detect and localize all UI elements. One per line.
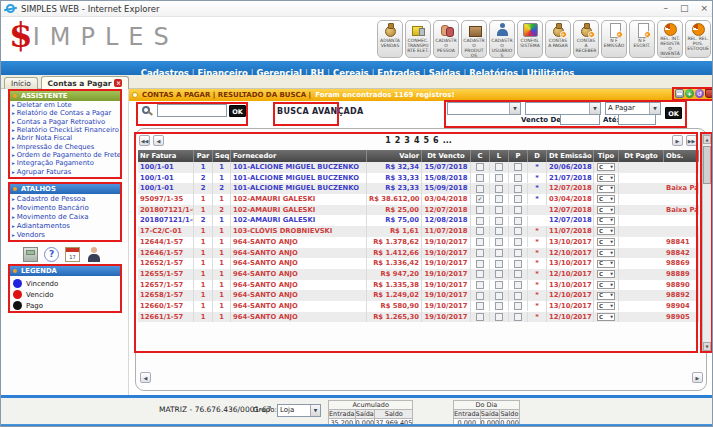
page-number[interactable]: ... (443, 136, 452, 145)
toolbar-button[interactable]: +CONTAS A RECEBER (573, 20, 599, 58)
checkbox-c[interactable] (476, 195, 484, 203)
column-header[interactable]: Dt Pagto (619, 150, 664, 162)
person-icon[interactable] (86, 247, 101, 262)
checkbox-c[interactable] (476, 238, 484, 246)
checkbox-l[interactable] (495, 260, 503, 268)
scrollbar-thumb[interactable] (703, 146, 711, 184)
toolbar-button[interactable]: ADIANTA VENDAS (377, 20, 403, 58)
tipo-select[interactable]: C▼ (597, 302, 615, 310)
tipo-select[interactable]: C▼ (597, 163, 615, 171)
tab-close-icon[interactable]: × (114, 79, 122, 87)
checkbox-l[interactable] (495, 281, 503, 289)
page-number[interactable]: 3 (404, 136, 410, 145)
checkbox-l[interactable] (495, 249, 503, 257)
sidebar-link[interactable]: ▸Vendors (10, 231, 120, 240)
checkbox-p[interactable] (514, 217, 522, 225)
checkbox-l[interactable] (495, 292, 503, 300)
search-ok-button[interactable]: OK (229, 105, 246, 117)
toolbar-button[interactable]: +N F ESCRIT. (629, 20, 655, 58)
checkbox-l[interactable] (495, 163, 503, 171)
checkbox-c[interactable] (476, 217, 484, 225)
tipo-select[interactable]: C▼ (597, 185, 615, 193)
close-button[interactable]: × (700, 1, 708, 16)
checkbox-c[interactable] (476, 270, 484, 278)
column-header[interactable]: C (471, 150, 490, 162)
sidebar-link[interactable]: ▸Contas a Pagar Retroativo (10, 118, 120, 126)
table-row[interactable]: 12657/1-5711964-SANTO ANJOR$ 1.335,3819/… (138, 280, 699, 291)
column-header[interactable]: Seq (213, 150, 231, 162)
next-page-button[interactable]: ▶ (672, 135, 683, 146)
checkbox-c[interactable] (476, 249, 484, 257)
table-row[interactable]: 201807121/1-0112102-AMAURI GALESKIR$ 25,… (138, 205, 699, 216)
sidebar-link[interactable]: ▸Integração Pagamento (10, 159, 120, 167)
table-row[interactable]: 12652/1-5711964-SANTO ANJOR$ 1.336,4219/… (138, 258, 699, 269)
calculator-icon[interactable] (23, 247, 38, 262)
scroll-right-button[interactable]: ▶ (692, 372, 703, 383)
checkbox-c[interactable] (476, 206, 484, 214)
sidebar-link[interactable]: ▸Movimento Bancário (10, 203, 120, 212)
checkbox-c[interactable] (476, 163, 484, 171)
page-number[interactable]: 6 (433, 136, 439, 145)
checkbox-c[interactable] (476, 185, 484, 193)
advanced-search-link[interactable]: BUSCA AVANÇADA (277, 107, 363, 116)
checkbox-c[interactable] (476, 313, 484, 321)
page-number[interactable]: 1 (385, 136, 391, 145)
table-row[interactable]: 201807121/1-0121102-AMAURI GALESKIR$ 75,… (138, 215, 699, 226)
checkbox-p[interactable] (514, 227, 522, 235)
column-header[interactable]: Dt Emissão (547, 150, 594, 162)
table-row[interactable]: 12644/1-5711964-SANTO ANJOR$ 1.378,6219/… (138, 237, 699, 248)
refresh-icon[interactable] (695, 89, 704, 98)
page-number[interactable]: 2 (395, 136, 401, 145)
minimize-button[interactable]: – (663, 1, 668, 16)
sidebar-link[interactable]: ▸Relatório de Contas a Pagar (10, 109, 120, 117)
calendar-icon[interactable] (65, 247, 80, 262)
checkbox-c[interactable] (476, 281, 484, 289)
vencto-de-input[interactable] (560, 114, 600, 125)
tipo-select[interactable]: C▼ (597, 217, 615, 225)
column-header[interactable]: D (528, 150, 547, 162)
toolbar-button[interactable]: +CONTAS A PAGAR (545, 20, 571, 58)
checkbox-p[interactable] (514, 292, 522, 300)
checkbox-p[interactable] (514, 249, 522, 257)
sidebar-link[interactable]: ▸Impressão de Cheques (10, 142, 120, 150)
tab-inicio[interactable]: Início (4, 77, 38, 89)
column-header[interactable]: Par (194, 150, 213, 162)
table-row[interactable]: 17-C2/C-0111103-CLÓVIS DROBNIEVSKIR$ 1,6… (138, 226, 699, 237)
checkbox-l[interactable] (495, 185, 503, 193)
tipo-select[interactable]: C▼ (597, 270, 615, 278)
table-row[interactable]: 12661/1-5711964-SANTO ANJOR$ 1.265,3019/… (138, 312, 699, 323)
table-row[interactable]: 95097/1-3511102-AMAURI GALESKIR$ 38.612,… (138, 194, 699, 205)
maximize-button[interactable]: □ (680, 1, 689, 16)
tipo-select[interactable]: C▼ (597, 292, 615, 300)
tipo-select[interactable]: C▼ (597, 313, 615, 321)
column-header[interactable]: L (490, 150, 509, 162)
checkbox-p[interactable] (514, 281, 522, 289)
tipo-select[interactable]: C▼ (597, 260, 615, 268)
toolbar-button[interactable]: REL. REL. POS. ESTOQUE (685, 20, 711, 58)
checkbox-l[interactable] (495, 238, 503, 246)
table-row[interactable]: 12655/1-5711964-SANTO ANJOR$ 947,2019/10… (138, 269, 699, 280)
sidebar-link[interactable]: ▸Agrupar Faturas (10, 167, 120, 175)
sidebar-link[interactable]: ▸Movimento de Caixa (10, 212, 120, 221)
checkbox-c[interactable] (476, 292, 484, 300)
help-icon[interactable] (44, 247, 59, 262)
table-row[interactable]: 12660/1-5711964-SANTO ANJOR$ 580,9019/10… (138, 301, 699, 312)
vertical-scrollbar[interactable]: ▲ ▼ (702, 134, 712, 352)
page-number[interactable]: 4 (414, 136, 420, 145)
trash-icon[interactable] (705, 89, 713, 98)
toolbar-button[interactable]: REL. INT. REGISTRO INVENTÁRIO (657, 20, 683, 58)
table-row[interactable]: 100/1-0121101-ALCIONE MIGUEL BUCZENKOR$ … (138, 173, 699, 184)
tipo-select[interactable]: C▼ (597, 195, 615, 203)
tipo-select[interactable]: C▼ (597, 281, 615, 289)
toolbar-button[interactable]: CADASTRO PESSOA (433, 20, 459, 58)
tab-contas-a-pagar[interactable]: Contas a Pagar × (41, 76, 129, 89)
table-row[interactable]: 12646/1-5711964-SANTO ANJOR$ 1.412,6619/… (138, 248, 699, 259)
checkbox-l[interactable] (495, 206, 503, 214)
toolbar-button[interactable]: CADASTRO PRODUTOS (461, 20, 487, 58)
checkbox-l[interactable] (495, 313, 503, 321)
column-header[interactable]: Dt Vencto (422, 150, 471, 162)
toolbar-button[interactable]: CONFIG. SISTEMA (517, 20, 543, 58)
add-icon[interactable] (685, 89, 694, 98)
checkbox-p[interactable] (514, 238, 522, 246)
checkbox-p[interactable] (514, 195, 522, 203)
